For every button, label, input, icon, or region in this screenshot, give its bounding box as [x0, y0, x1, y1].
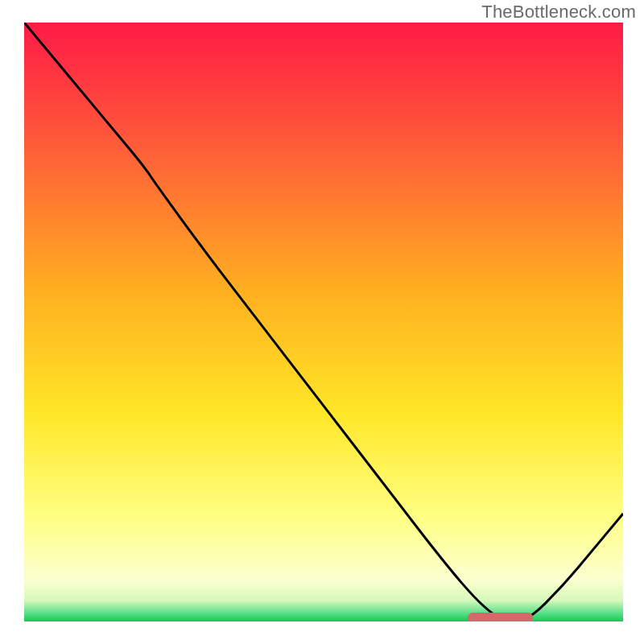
- chart: [24, 23, 623, 621]
- chart-background: [24, 23, 623, 621]
- optimum-marker: [468, 613, 534, 621]
- chart-svg: [24, 23, 623, 621]
- watermark-text: TheBottleneck.com: [481, 2, 636, 23]
- page-root: TheBottleneck.com: [0, 0, 644, 644]
